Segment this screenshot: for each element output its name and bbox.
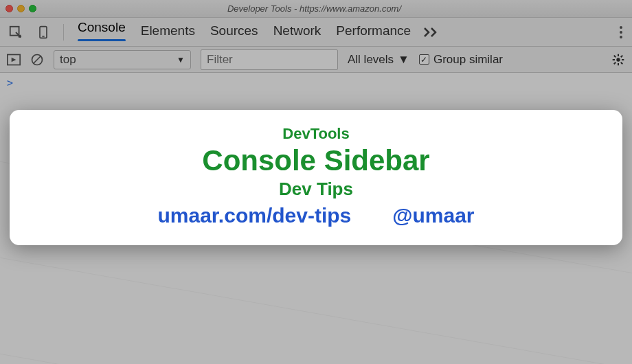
- overlay-link-handle[interactable]: @umaar: [392, 204, 474, 227]
- overlay-link-site[interactable]: umaar.com/dev-tips: [157, 204, 351, 227]
- overlay-eyebrow: DevTools: [30, 125, 602, 143]
- overlay-links: umaar.com/dev-tips @umaar: [30, 204, 602, 227]
- overlay-title: Console Sidebar: [30, 144, 602, 177]
- overlay-subtitle: Dev Tips: [30, 179, 602, 200]
- promo-overlay: DevTools Console Sidebar Dev Tips umaar.…: [10, 110, 622, 245]
